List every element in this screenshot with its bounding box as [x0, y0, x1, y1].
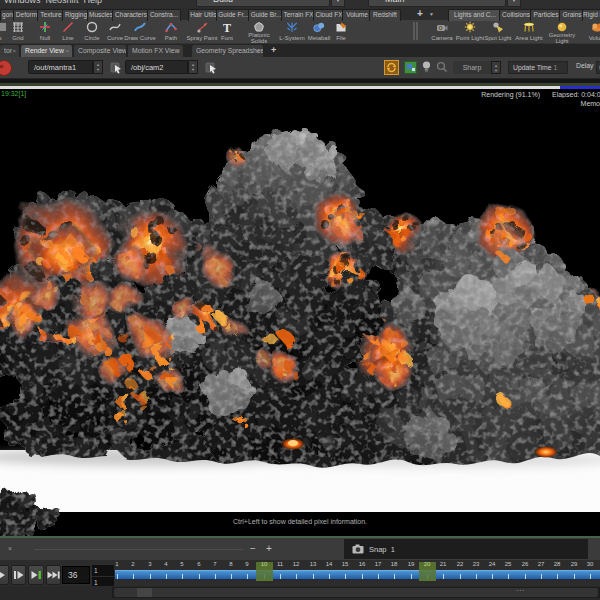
svg-text:T: T: [223, 21, 231, 33]
